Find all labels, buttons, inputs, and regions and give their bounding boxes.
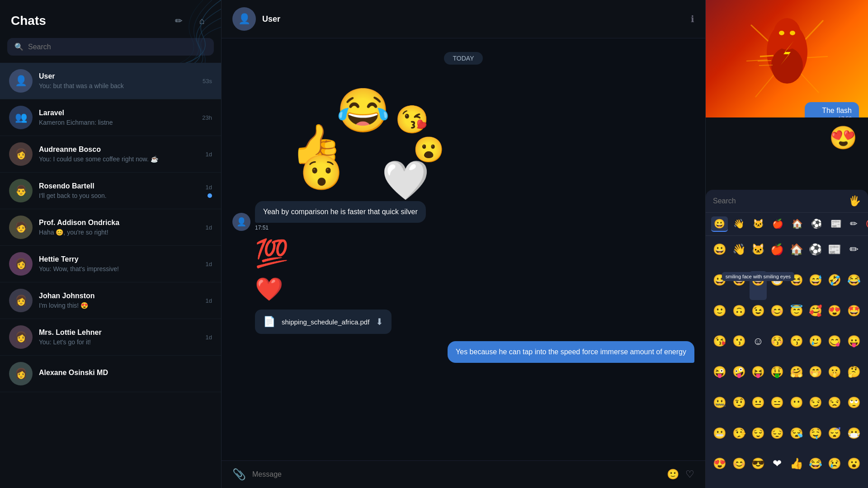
emoji-item-62[interactable]: 😢: [826, 455, 843, 483]
emoji-item-11[interactable]: 😁: [769, 271, 786, 300]
emoji-category-7[interactable]: ✏: [847, 216, 860, 232]
emoji-item-25[interactable]: 😗: [730, 332, 747, 361]
emoji-item-16[interactable]: 🙂: [711, 302, 728, 331]
attach-button[interactable]: 📎: [232, 468, 246, 481]
emoji-item-54[interactable]: 😴: [826, 424, 843, 453]
emoji-category-2[interactable]: 🐱: [750, 216, 767, 232]
emoji-item-26[interactable]: ☺: [750, 332, 767, 361]
emoji-item-9[interactable]: 😃: [730, 271, 747, 300]
emoji-item-61[interactable]: 😂: [807, 455, 824, 483]
emoji-item-40[interactable]: 🤐: [711, 394, 728, 422]
message-input[interactable]: [252, 470, 660, 479]
chat-item-laravel[interactable]: 👥LaravelKameron Eichmann: listne23h: [0, 99, 221, 136]
emoji-category-6[interactable]: 📰: [828, 216, 844, 232]
emoji-item-31[interactable]: 😛: [845, 332, 863, 361]
emoji-category-4[interactable]: 🏠: [789, 216, 806, 232]
emoji-grid: 😀👋🐱🍎🏠⚽📰✏😀😃😄smiling face with smiling eye…: [706, 236, 868, 488]
emoji-item-1[interactable]: 👋: [730, 240, 747, 269]
emoji-item-36[interactable]: 🤗: [788, 363, 805, 392]
emoji-category-5[interactable]: ⚽: [808, 216, 825, 232]
emoji-item-29[interactable]: 🥲: [807, 332, 824, 361]
chat-name: Rosendo Bartell: [39, 182, 199, 190]
emoji-item-33[interactable]: 🤪: [730, 363, 747, 392]
emoji-item-55[interactable]: 😷: [845, 424, 863, 453]
emoji-kiss: 😘: [395, 103, 429, 136]
chat-header-name: User: [262, 14, 684, 24]
emoji-item-34[interactable]: 😝: [750, 363, 767, 392]
emoji-category-3[interactable]: 🍎: [769, 216, 786, 232]
emoji-item-63[interactable]: 😮: [845, 455, 863, 483]
emoji-search-input[interactable]: [713, 197, 844, 205]
chat-item-johan[interactable]: 👩Johan JohnstonI'm loving this! 😍1d: [0, 282, 221, 319]
chat-preview: I'm loving this! 😍: [39, 302, 199, 309]
emoji-item-60[interactable]: 👍: [788, 455, 805, 483]
emoji-item-12[interactable]: 😆: [788, 271, 805, 300]
file-attachment[interactable]: 📄 shipping_schedule_africa.pdf ⬇: [255, 310, 392, 334]
emoji-item-22[interactable]: 😍: [826, 302, 843, 331]
emoji-item-45[interactable]: 😏: [807, 394, 824, 422]
emoji-item-2[interactable]: 🐱: [750, 240, 767, 269]
emoji-item-14[interactable]: 🤣: [826, 271, 843, 300]
emoji-item-51[interactable]: 😔: [769, 424, 786, 453]
emoji-item-43[interactable]: 😑: [769, 394, 786, 422]
emoji-item-28[interactable]: 😙: [788, 332, 805, 361]
chat-item-rosendo[interactable]: 👨Rosendo BartellI'll get back to you soo…: [0, 173, 221, 209]
emoji-item-58[interactable]: 😎: [750, 455, 767, 483]
chat-item-hettie[interactable]: 👩Hettie TerryYou: Wow, that's impressive…: [0, 246, 221, 282]
chat-item-addison[interactable]: 🧑Prof. Addison OndrickaHaha 😊, you're so…: [0, 209, 221, 246]
emoji-item-52[interactable]: 😪: [788, 424, 805, 453]
emoji-item-30[interactable]: 😋: [826, 332, 843, 361]
emoji-item-10[interactable]: 😄smiling face with smiling eyes: [750, 271, 767, 300]
download-icon[interactable]: ⬇: [376, 316, 383, 327]
emoji-item-39[interactable]: 🤔: [845, 363, 863, 392]
info-button[interactable]: ℹ: [691, 14, 694, 24]
emoji-item-37[interactable]: 🤭: [807, 363, 824, 392]
chat-item-user[interactable]: 👤UserYou: but that was a while back53s: [0, 63, 221, 99]
emoji-item-42[interactable]: 😐: [750, 394, 767, 422]
heart-button[interactable]: ♡: [685, 469, 694, 480]
emoji-item-35[interactable]: 🤑: [769, 363, 786, 392]
emoji-item-6[interactable]: 📰: [826, 240, 843, 269]
emoji-item-21[interactable]: 🥰: [807, 302, 824, 331]
emoji-item-18[interactable]: 😉: [750, 302, 767, 331]
emoji-item-53[interactable]: 🤤: [807, 424, 824, 453]
emoji-item-44[interactable]: 😶: [788, 394, 805, 422]
emoji-category-0[interactable]: 😀: [711, 216, 728, 232]
emoji-item-15[interactable]: 😂: [845, 271, 863, 300]
emoji-item-20[interactable]: 😇: [788, 302, 805, 331]
emoji-item-49[interactable]: 🤥: [730, 424, 747, 453]
emoji-item-47[interactable]: 🙄: [845, 394, 863, 422]
emoji-item-3[interactable]: 🍎: [769, 240, 786, 269]
emoji-item-8[interactable]: 😀: [711, 271, 728, 300]
emoji-item-46[interactable]: 😒: [826, 394, 843, 422]
emoji-item-23[interactable]: 🤩: [845, 302, 863, 331]
emoji-item-57[interactable]: 😊: [730, 455, 747, 483]
emoji-item-17[interactable]: 🙃: [730, 302, 747, 331]
emoji-category-1[interactable]: 👋: [731, 216, 747, 232]
emoji-item-50[interactable]: 😌: [750, 424, 767, 453]
message-row-outgoing: Yes because he can tap into the speed fo…: [232, 341, 694, 363]
emoji-item-27[interactable]: 😚: [769, 332, 786, 361]
emoji-item-41[interactable]: 🤨: [730, 394, 747, 422]
emoji-item-4[interactable]: 🏠: [788, 240, 805, 269]
chat-item-audreanne[interactable]: 👩Audreanne BoscoYou: I could use some co…: [0, 136, 221, 173]
emoji-item-59[interactable]: ❤: [769, 455, 786, 483]
chat-name: Laravel: [39, 109, 196, 117]
chat-item-lottie[interactable]: 👩Mrs. Lottie LehnerYou: Let's go for it!…: [0, 319, 221, 356]
chat-info: UserYou: but that was a while back: [39, 72, 196, 89]
emoji-item-48[interactable]: 😬: [711, 424, 728, 453]
emoji-item-56[interactable]: 😍: [711, 455, 728, 483]
chat-item-alexane[interactable]: 👩Alexane Osinski MD: [0, 356, 221, 392]
emoji-item-19[interactable]: 😊: [769, 302, 786, 331]
message-row-incoming: 👤 Yeah by comparison he is faster that q…: [232, 201, 694, 231]
emoji-item-13[interactable]: 😅: [807, 271, 824, 300]
emoji-item-5[interactable]: ⚽: [807, 240, 824, 269]
avatar: 👩: [9, 142, 33, 166]
emoji-picker-button[interactable]: 🙂: [667, 469, 679, 480]
emoji-item-7[interactable]: ✏: [845, 240, 863, 269]
emoji-category-8[interactable]: 🚫: [863, 216, 868, 232]
emoji-item-0[interactable]: 😀: [711, 240, 728, 269]
emoji-item-32[interactable]: 😜: [711, 363, 728, 392]
emoji-item-24[interactable]: 😘: [711, 332, 728, 361]
emoji-item-38[interactable]: 🤫: [826, 363, 843, 392]
